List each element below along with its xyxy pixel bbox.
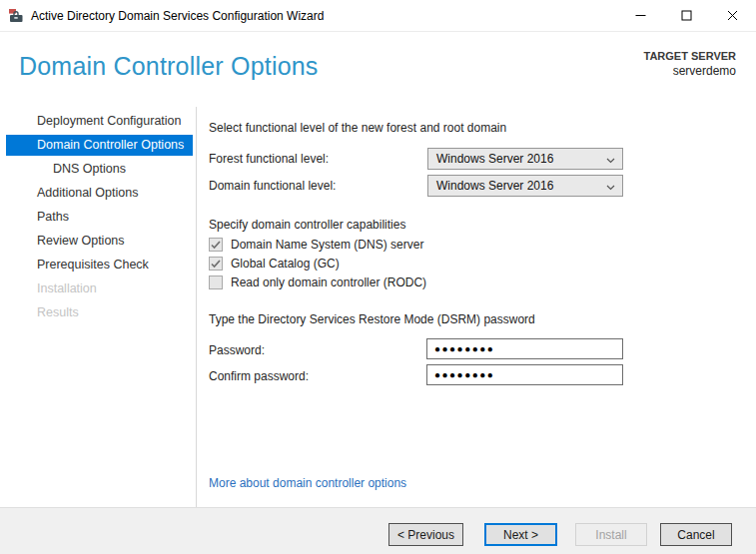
previous-button[interactable]: < Previous — [388, 523, 463, 546]
sidebar-item-review-options[interactable]: Review Options — [6, 229, 193, 253]
maximize-button[interactable] — [663, 0, 709, 30]
dns-server-checkbox — [209, 238, 223, 252]
sidebar-item-installation: Installation — [6, 277, 193, 300]
forest-functional-level-value: Windows Server 2016 — [436, 152, 553, 166]
checkmark-icon — [211, 241, 221, 250]
functional-level-heading: Select functional level of the new fores… — [209, 121, 506, 136]
target-server-name: serverdemo — [644, 64, 737, 78]
rodc-checkbox — [209, 276, 223, 289]
minimize-button[interactable] — [617, 0, 663, 30]
titlebar: Active Directory Domain Services Configu… — [0, 0, 756, 32]
password-input[interactable]: ●●●●●●●● — [426, 338, 623, 359]
next-button[interactable]: Next > — [484, 523, 557, 546]
confirm-password-label: Confirm password: — [209, 369, 309, 384]
target-server-block: TARGET SERVER serverdemo — [644, 50, 737, 78]
wizard-window: Active Directory Domain Services Configu… — [0, 0, 756, 554]
server-manager-app-icon — [8, 8, 24, 24]
close-button[interactable] — [709, 0, 755, 30]
dns-server-checkbox-label: Domain Name System (DNS) server — [231, 238, 423, 252]
password-label: Password: — [209, 343, 265, 358]
domain-functional-level-select[interactable]: Windows Server 2016 — [427, 175, 623, 197]
domain-functional-level-label: Domain functional level: — [209, 179, 336, 194]
confirm-password-masked-value: ●●●●●●●● — [434, 370, 494, 380]
more-about-link[interactable]: More about domain controller options — [209, 476, 406, 490]
forest-functional-level-select[interactable]: Windows Server 2016 — [427, 148, 623, 170]
wizard-steps-sidebar: Deployment Configuration Domain Controll… — [6, 109, 193, 324]
sidebar-item-domain-controller-options[interactable]: Domain Controller Options — [6, 135, 193, 156]
dsrm-heading: Type the Directory Services Restore Mode… — [209, 312, 535, 327]
window-controls — [617, 0, 755, 30]
sidebar-item-dns-options[interactable]: DNS Options — [6, 157, 193, 181]
global-catalog-checkbox-row: Global Catalog (GC) — [209, 257, 340, 271]
global-catalog-checkbox-label: Global Catalog (GC) — [231, 257, 340, 271]
target-server-label: TARGET SERVER — [644, 50, 737, 62]
sidebar-item-paths[interactable]: Paths — [6, 205, 193, 229]
sidebar-item-prerequisites-check[interactable]: Prerequisites Check — [6, 253, 193, 277]
capabilities-heading: Specify domain controller capabilities — [209, 218, 405, 233]
cancel-button[interactable]: Cancel — [660, 523, 732, 546]
dns-server-checkbox-row: Domain Name System (DNS) server — [209, 238, 423, 252]
rodc-checkbox-label: Read only domain controller (RODC) — [231, 276, 426, 289]
sidebar-divider — [196, 107, 197, 507]
checkmark-icon — [211, 260, 221, 269]
page-title: Domain Controller Options — [19, 52, 319, 81]
sidebar-item-deployment-configuration[interactable]: Deployment Configuration — [6, 109, 193, 133]
sidebar-item-results: Results — [6, 300, 193, 324]
install-button: Install — [575, 523, 647, 546]
password-masked-value: ●●●●●●●● — [434, 344, 494, 354]
window-title: Active Directory Domain Services Configu… — [31, 9, 324, 23]
global-catalog-checkbox — [209, 257, 223, 271]
chevron-down-icon — [606, 185, 615, 191]
forest-functional-level-label: Forest functional level: — [209, 152, 329, 167]
chevron-down-icon — [606, 158, 615, 164]
rodc-checkbox-row: Read only domain controller (RODC) — [209, 276, 426, 289]
domain-functional-level-value: Windows Server 2016 — [436, 179, 553, 193]
sidebar-item-additional-options[interactable]: Additional Options — [6, 181, 193, 205]
confirm-password-input[interactable]: ●●●●●●●● — [426, 364, 623, 385]
